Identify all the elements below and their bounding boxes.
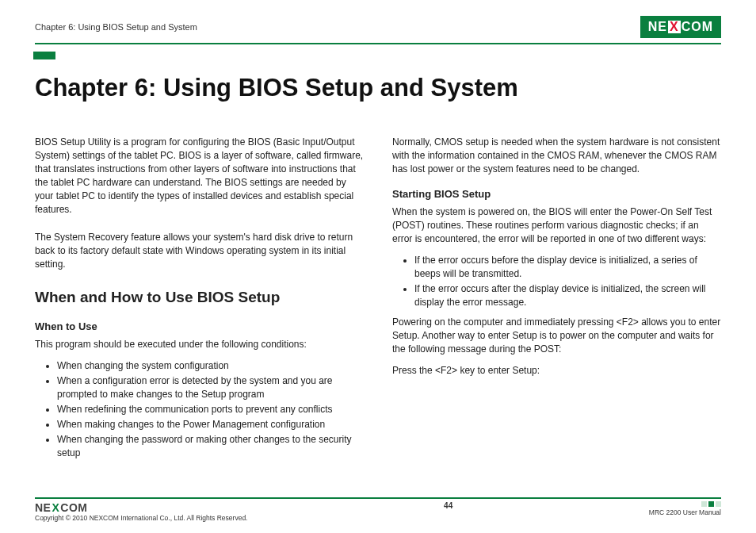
list-item: When changing the password or making oth… xyxy=(57,433,364,460)
footer-logo-x: X xyxy=(51,501,60,514)
list-item: When changing the system configuration xyxy=(57,359,364,373)
intro-para-1: BIOS Setup Utility is a program for conf… xyxy=(35,136,364,217)
footer: NEXCOM Copyright © 2010 NEXCOM Internati… xyxy=(35,497,721,522)
list-item: If the error occurs after the display de… xyxy=(414,282,721,309)
lead-text: This program should be executed under th… xyxy=(35,338,364,351)
subsection-when: When to Use xyxy=(35,320,364,334)
right-column: Normally, CMOS setup is needed when the … xyxy=(392,136,721,466)
green-tab xyxy=(33,52,55,59)
footer-left: NEXCOM Copyright © 2010 NEXCOM Internati… xyxy=(35,501,247,522)
list-item: When making changes to the Power Managem… xyxy=(57,418,364,431)
press-para: Press the <F2> key to enter Setup: xyxy=(392,364,721,378)
list-item: When a configuration error is detected b… xyxy=(57,374,364,401)
list-item: If the error occurs before the display d… xyxy=(414,254,721,281)
subsection-starting: Starting BIOS Setup xyxy=(392,187,721,201)
breadcrumb: Chapter 6: Using BIOS Setup and System xyxy=(35,22,197,32)
divider-top xyxy=(35,43,721,44)
divider-bottom xyxy=(35,497,721,499)
logo: NEXCOM xyxy=(640,16,721,38)
header-bar: Chapter 6: Using BIOS Setup and System N… xyxy=(35,16,721,38)
footer-logo-post: COM xyxy=(60,501,87,514)
footer-right: MRC 2200 User Manual xyxy=(649,501,721,516)
logo-pre: NE xyxy=(648,20,667,34)
manual-name: MRC 2200 User Manual xyxy=(649,508,721,516)
cmos-para: Normally, CMOS setup is needed when the … xyxy=(392,136,721,176)
list-item: When redefining the communication ports … xyxy=(57,403,364,416)
footer-squares-icon xyxy=(649,501,721,507)
square-icon xyxy=(716,501,721,507)
chapter-title: Chapter 6: Using BIOS Setup and System xyxy=(35,74,721,102)
square-icon xyxy=(701,501,707,507)
footer-logo: NEXCOM xyxy=(35,501,247,514)
logo-x: X xyxy=(668,21,681,33)
error-list: If the error occurs before the display d… xyxy=(392,254,721,309)
left-column: BIOS Setup Utility is a program for conf… xyxy=(35,136,364,466)
square-icon xyxy=(708,501,714,507)
intro-para-2: The System Recovery feature allows your … xyxy=(35,231,364,271)
logo-box: NEXCOM xyxy=(640,16,721,38)
power-para: Powering on the computer and immediately… xyxy=(392,316,721,356)
post-para: When the system is powered on, the BIOS … xyxy=(392,205,721,246)
logo-post: COM xyxy=(682,20,713,34)
page-number: 44 xyxy=(444,501,452,510)
section-heading: When and How to Use BIOS Setup xyxy=(35,287,364,309)
content-columns: BIOS Setup Utility is a program for conf… xyxy=(35,136,721,466)
when-list: When changing the system configuration W… xyxy=(35,359,364,460)
copyright: Copyright © 2010 NEXCOM International Co… xyxy=(35,514,247,522)
footer-row: NEXCOM Copyright © 2010 NEXCOM Internati… xyxy=(35,501,721,522)
footer-logo-pre: NE xyxy=(35,501,51,514)
